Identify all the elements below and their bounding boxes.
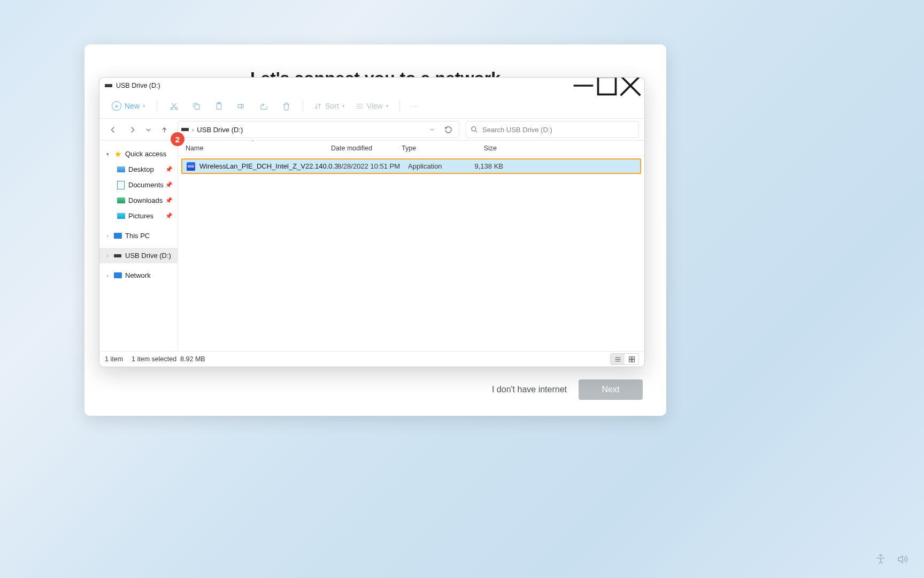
search-box[interactable]: Search USB Drive (D:) bbox=[466, 121, 639, 138]
sidebar-item-label: Network bbox=[125, 271, 151, 279]
column-header-date[interactable]: Date modified bbox=[331, 141, 402, 156]
address-bar[interactable]: › USB Drive (D:) bbox=[178, 121, 459, 138]
search-icon bbox=[471, 126, 478, 133]
new-label: New bbox=[125, 102, 140, 110]
pin-icon: 📌 bbox=[165, 181, 173, 188]
share-button[interactable] bbox=[253, 97, 274, 115]
sidebar-item-label: Downloads bbox=[128, 196, 163, 204]
sidebar-item-label: Desktop bbox=[128, 165, 154, 173]
address-segment[interactable]: USB Drive (D:) bbox=[197, 126, 243, 134]
close-button[interactable] bbox=[619, 78, 642, 94]
pin-icon: 📌 bbox=[165, 197, 173, 204]
download-icon bbox=[117, 197, 125, 203]
file-name: WirelessLan_PIE_DCH_Intel_Z_V22.140.0.3_… bbox=[199, 162, 337, 170]
view-button[interactable]: View ▾ bbox=[351, 99, 393, 113]
file-explorer-window: USB Drive (D:) + New ▾ Sort ▾ View ▾ bbox=[99, 77, 645, 367]
sidebar-item-label: Quick access bbox=[125, 150, 166, 158]
annotation-step-badge: 2 bbox=[171, 132, 184, 146]
accessibility-icon[interactable] bbox=[875, 553, 887, 565]
details-view-button[interactable] bbox=[611, 354, 625, 364]
file-type: Application bbox=[408, 162, 466, 170]
minimize-button[interactable] bbox=[572, 78, 595, 94]
usb-drive-icon bbox=[181, 128, 189, 131]
column-header-size[interactable]: Size bbox=[459, 141, 497, 156]
view-mode-toggle bbox=[610, 353, 639, 365]
pin-icon: 📌 bbox=[165, 212, 173, 219]
folder-icon bbox=[117, 166, 125, 172]
sidebar: ▾ ★ Quick access Desktop 📌 Documents 📌 D… bbox=[99, 141, 178, 351]
toolbar: + New ▾ Sort ▾ View ▾ ··· bbox=[99, 94, 644, 119]
chevron-down-icon: ▾ bbox=[105, 151, 110, 157]
volume-icon[interactable] bbox=[896, 553, 908, 565]
sidebar-item-downloads[interactable]: Downloads 📌 bbox=[99, 193, 178, 208]
paste-button[interactable] bbox=[209, 97, 229, 115]
column-header-name[interactable]: Name bbox=[186, 141, 331, 156]
maximize-button[interactable] bbox=[595, 78, 619, 94]
system-tray bbox=[875, 553, 908, 565]
svg-line-20 bbox=[475, 131, 478, 133]
sidebar-item-this-pc[interactable]: › This PC bbox=[99, 228, 178, 244]
view-label: View bbox=[367, 102, 383, 110]
pc-icon bbox=[114, 233, 122, 239]
chevron-right-icon: › bbox=[105, 233, 110, 239]
forward-button[interactable] bbox=[124, 121, 140, 138]
svg-point-28 bbox=[880, 554, 882, 557]
svg-line-7 bbox=[172, 103, 175, 108]
chevron-right-icon: › bbox=[105, 253, 110, 258]
recent-button[interactable] bbox=[143, 121, 153, 138]
refresh-button[interactable] bbox=[441, 122, 456, 137]
sidebar-item-label: Documents bbox=[128, 181, 164, 189]
svg-rect-24 bbox=[629, 356, 631, 359]
network-icon bbox=[114, 272, 122, 278]
svg-rect-8 bbox=[195, 104, 199, 109]
copy-button[interactable] bbox=[186, 97, 206, 115]
window-title: USB Drive (D:) bbox=[116, 82, 160, 89]
next-button[interactable]: Next bbox=[579, 379, 643, 400]
svg-rect-26 bbox=[629, 360, 631, 362]
svg-point-19 bbox=[472, 127, 476, 131]
sidebar-item-label: This PC bbox=[125, 232, 150, 240]
sidebar-item-network[interactable]: › Network bbox=[99, 268, 178, 283]
svg-line-6 bbox=[172, 103, 176, 108]
status-selected-count: 1 item selected bbox=[132, 355, 176, 363]
star-icon: ★ bbox=[113, 150, 122, 158]
application-icon: exe bbox=[187, 162, 195, 171]
svg-rect-1 bbox=[598, 77, 616, 95]
svg-rect-25 bbox=[632, 356, 634, 359]
chevron-right-icon: › bbox=[192, 127, 194, 133]
oobe-footer: I don't have internet Next bbox=[492, 379, 643, 400]
skip-link[interactable]: I don't have internet bbox=[492, 385, 567, 394]
file-row[interactable]: exe WirelessLan_PIE_DCH_Intel_Z_V22.140.… bbox=[181, 158, 641, 174]
statusbar: 1 item 1 item selected 8.92 MB bbox=[99, 351, 644, 367]
sidebar-item-documents[interactable]: Documents 📌 bbox=[99, 177, 178, 193]
column-header-type[interactable]: Type bbox=[402, 141, 459, 156]
more-button[interactable]: ··· bbox=[406, 99, 425, 113]
file-list: 2 ˆ Name Date modified Type Size exe Wir… bbox=[178, 141, 644, 351]
up-button[interactable] bbox=[156, 121, 172, 138]
file-date: 8/28/2022 10:51 PM bbox=[337, 162, 408, 170]
column-headers: ˆ Name Date modified Type Size bbox=[178, 141, 644, 156]
sort-indicator-icon: ˆ bbox=[252, 140, 253, 145]
titlebar[interactable]: USB Drive (D:) bbox=[99, 78, 644, 94]
sidebar-item-desktop[interactable]: Desktop 📌 bbox=[99, 162, 178, 177]
sidebar-item-quick-access[interactable]: ▾ ★ Quick access bbox=[99, 146, 178, 162]
cut-button[interactable] bbox=[164, 97, 184, 115]
address-dropdown-button[interactable] bbox=[425, 122, 440, 137]
delete-button[interactable] bbox=[276, 97, 296, 115]
new-button[interactable]: + New ▾ bbox=[107, 98, 150, 113]
picture-icon bbox=[117, 213, 125, 219]
plus-icon: + bbox=[112, 101, 121, 111]
usb-drive-icon bbox=[114, 254, 121, 257]
svg-rect-27 bbox=[632, 360, 634, 362]
tiles-view-button[interactable] bbox=[625, 354, 638, 364]
back-button[interactable] bbox=[105, 121, 121, 138]
status-selected-size: 8.92 MB bbox=[180, 355, 205, 363]
sidebar-item-pictures[interactable]: Pictures 📌 bbox=[99, 208, 178, 224]
document-icon bbox=[117, 181, 125, 189]
rename-button[interactable] bbox=[231, 97, 251, 115]
sidebar-item-usb-drive[interactable]: › USB Drive (D:) bbox=[99, 248, 178, 263]
sort-button[interactable]: Sort ▾ bbox=[310, 99, 349, 113]
pin-icon: 📌 bbox=[165, 166, 173, 173]
file-size: 9,138 KB bbox=[466, 162, 503, 170]
usb-drive-icon bbox=[105, 84, 112, 87]
